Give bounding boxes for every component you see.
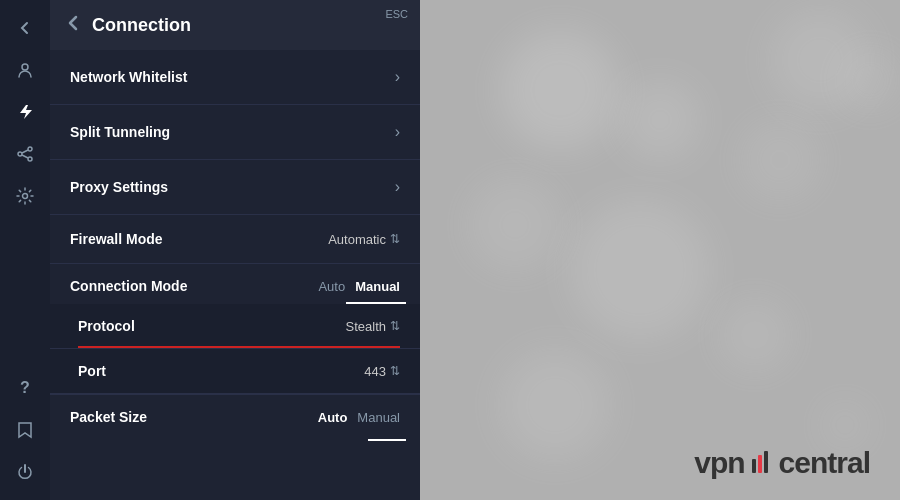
- network-whitelist-label: Network Whitelist: [70, 69, 187, 85]
- help-icon[interactable]: ?: [7, 370, 43, 406]
- split-tunneling-item[interactable]: Split Tunneling ›: [50, 105, 420, 160]
- packet-size-manual[interactable]: Manual: [357, 410, 400, 425]
- svg-line-5: [22, 155, 28, 158]
- esc-label: ESC: [385, 8, 408, 20]
- protocol-value-text: Stealth: [346, 319, 386, 334]
- bokeh-9: [820, 400, 870, 450]
- bokeh-7: [720, 300, 790, 370]
- proxy-settings-item[interactable]: Proxy Settings ›: [50, 160, 420, 215]
- power-icon[interactable]: [7, 454, 43, 490]
- sidebar: ?: [0, 0, 50, 500]
- central-text: central: [779, 446, 870, 480]
- chevron-right-icon: ›: [395, 68, 400, 86]
- protocol-underline: [78, 346, 400, 348]
- page-title: Connection: [92, 15, 404, 36]
- firewall-mode-label: Firewall Mode: [70, 231, 163, 247]
- share-icon[interactable]: [7, 136, 43, 172]
- bokeh-5: [470, 180, 560, 270]
- bokeh-4: [840, 50, 900, 110]
- vpn-text: vpn: [694, 446, 744, 480]
- protocol-spinner-icon: ⇅: [390, 319, 400, 333]
- bookmark-icon[interactable]: [7, 412, 43, 448]
- back-nav-icon[interactable]: [7, 10, 43, 46]
- chevron-right-icon: ›: [395, 123, 400, 141]
- connection-mode-label: Connection Mode: [70, 278, 187, 294]
- packet-size-auto[interactable]: Auto: [318, 410, 348, 425]
- network-whitelist-item[interactable]: Network Whitelist ›: [50, 50, 420, 105]
- vpn-central-logo: vpn central: [694, 446, 870, 480]
- connection-mode-options: Auto Manual: [318, 279, 400, 294]
- bokeh-1: [500, 30, 620, 150]
- packet-size-label: Packet Size: [70, 409, 147, 425]
- protocol-label: Protocol: [78, 318, 135, 334]
- bokeh-10: [740, 120, 820, 200]
- port-spinner-icon: ⇅: [390, 364, 400, 378]
- back-button[interactable]: [66, 13, 82, 38]
- main-panel: Connection ESC Network Whitelist › Split…: [50, 0, 420, 500]
- packet-size-options: Auto Manual: [318, 410, 400, 425]
- packet-active-underline: [368, 439, 406, 441]
- chevron-right-icon: ›: [395, 178, 400, 196]
- vpn-signal-icon: [751, 449, 773, 477]
- svg-point-0: [22, 64, 28, 70]
- svg-point-6: [23, 194, 28, 199]
- svg-point-3: [28, 157, 32, 161]
- svg-rect-9: [764, 451, 768, 473]
- firewall-mode-value[interactable]: Automatic ⇅: [328, 232, 400, 247]
- port-row: Port 443 ⇅: [50, 349, 420, 394]
- user-icon[interactable]: [7, 52, 43, 88]
- svg-line-4: [22, 150, 28, 153]
- packet-size-row: Packet Size Auto Manual: [50, 394, 420, 439]
- connection-mode-auto[interactable]: Auto: [318, 279, 345, 294]
- connection-mode-row: Connection Mode Auto Manual: [50, 264, 420, 302]
- split-tunneling-label: Split Tunneling: [70, 124, 170, 140]
- bokeh-6: [570, 200, 710, 340]
- protocol-row: Protocol Stealth ⇅: [50, 304, 420, 349]
- background-panel: vpn central: [420, 0, 900, 500]
- sub-section: Protocol Stealth ⇅ Port 443 ⇅: [50, 304, 420, 394]
- lightning-icon[interactable]: [7, 94, 43, 130]
- port-value-text: 443: [364, 364, 386, 379]
- connection-mode-manual[interactable]: Manual: [355, 279, 400, 294]
- firewall-mode-row: Firewall Mode Automatic ⇅: [50, 215, 420, 264]
- panel-header: Connection ESC: [50, 0, 420, 50]
- protocol-value[interactable]: Stealth ⇅: [346, 319, 400, 334]
- spinner-icon: ⇅: [390, 232, 400, 246]
- firewall-value-text: Automatic: [328, 232, 386, 247]
- proxy-settings-label: Proxy Settings: [70, 179, 168, 195]
- svg-point-2: [18, 152, 22, 156]
- port-value[interactable]: 443 ⇅: [364, 364, 400, 379]
- settings-icon[interactable]: [7, 178, 43, 214]
- svg-rect-7: [752, 459, 756, 473]
- port-label: Port: [78, 363, 106, 379]
- svg-point-1: [28, 147, 32, 151]
- bokeh-8: [500, 350, 610, 460]
- svg-rect-8: [758, 455, 762, 473]
- bokeh-2: [620, 80, 700, 160]
